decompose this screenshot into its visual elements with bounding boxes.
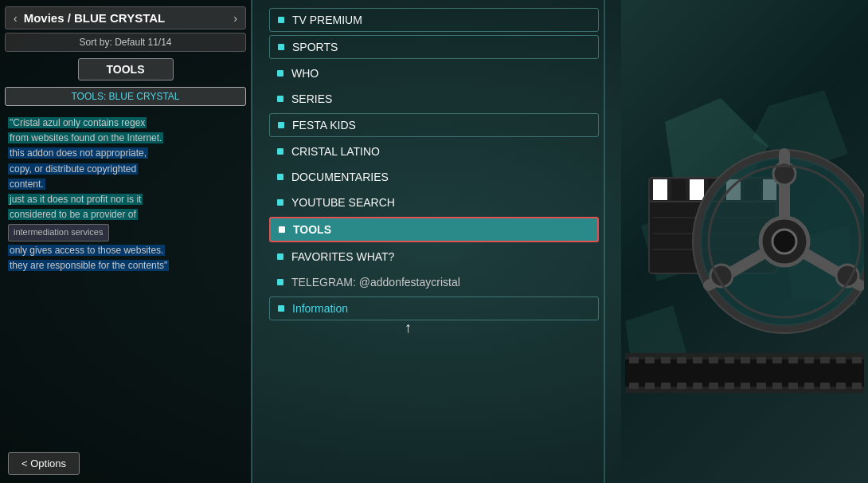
menu-item[interactable]: FESTA KIDS [269,113,599,137]
info-line-6: just as it does not profit nor is it [8,194,143,205]
svg-rect-38 [741,357,750,363]
menu-item[interactable]: TOOLS [269,217,599,242]
svg-rect-39 [757,357,766,363]
film-reel-svg [625,82,864,401]
menu-bullet-icon [278,44,284,50]
info-line-1: "Cristal azul only contains regex [8,117,147,128]
svg-rect-31 [629,357,639,363]
menu-bullet-icon [277,253,283,260]
menu-item[interactable]: SPORTS [269,35,599,59]
svg-rect-58 [820,383,830,389]
svg-rect-54 [757,383,766,389]
menu-item[interactable]: Information [269,296,599,320]
svg-rect-50 [693,383,702,389]
menu-item-label: TV PREMIUM [292,14,362,26]
menu-bullet-icon [279,226,285,233]
svg-point-27 [772,230,796,253]
menu-item-label: FESTA KIDS [292,119,356,132]
svg-rect-60 [852,383,862,389]
svg-rect-56 [788,383,798,389]
title-bar[interactable]: ‹ Movies / BLUE CRYSTAL › [5,6,246,29]
menu-bullet-icon [278,305,284,312]
menu-bullet-icon [277,96,283,102]
left-panel: ‹ Movies / BLUE CRYSTAL › Sort by: Defau… [0,0,251,483]
menu-bullet-icon [277,199,283,206]
info-line-2: from websites found on the Internet. [8,132,163,143]
menu-item[interactable]: WHO [269,62,599,84]
left-separator [251,0,252,483]
info-line-7: considered to be a provider of [8,209,138,220]
svg-rect-46 [629,383,639,389]
sort-bar[interactable]: Sort by: Default 11/14 [5,33,246,52]
svg-rect-55 [772,383,782,389]
menu-item[interactable]: CRISTAL LATINO [269,140,599,163]
svg-rect-42 [804,357,814,363]
info-line-5: content. [8,179,45,190]
svg-rect-41 [788,357,798,363]
tools-button[interactable]: TOOLS [78,58,174,80]
menu-bullet-icon [277,70,283,77]
svg-rect-33 [661,357,671,363]
menu-bullet-icon [277,148,283,155]
svg-rect-49 [677,383,686,389]
menu-item[interactable]: SERIES [269,88,599,110]
info-line-9: they are responsible for the contents" [8,260,169,271]
sort-label: Sort by: Default 11/14 [79,37,171,48]
chevron-left-icon: ‹ [14,12,18,25]
menu-item-label: SERIES [291,92,332,105]
svg-rect-44 [836,357,846,363]
options-button[interactable]: < Options [8,452,80,475]
menu-item-label: CRISTAL LATINO [291,145,380,158]
menu-item[interactable]: TELEGRAM: @addonfestaycristal [269,271,599,293]
menu-item[interactable]: DOCUMENTARIES [269,166,599,188]
svg-rect-47 [645,383,655,389]
svg-rect-8 [671,179,686,200]
menu-bullet-icon [277,279,283,285]
svg-rect-36 [709,357,718,363]
menu-item-label: DOCUMENTARIES [291,171,389,183]
info-line-8: only gives access to those websites. [8,245,165,256]
page-title: Movies / BLUE CRYSTAL [24,11,234,25]
svg-rect-7 [653,179,667,200]
menu-item-label: FAVORITES WHAT? [291,250,394,263]
svg-rect-53 [741,383,750,389]
info-line-3: this addon does not appropriate, [8,147,148,159]
info-line-4: copy, or distribute copyrighted [8,163,138,175]
menu-item-label: Information [292,302,348,315]
menu-item-label: TELEGRAM: @addonfestaycristal [291,276,460,289]
menu-item-label: TOOLS [293,223,331,236]
svg-rect-43 [820,357,830,363]
svg-rect-9 [690,179,704,200]
menu-item[interactable]: FAVORITES WHAT? [269,245,599,268]
right-panel [621,0,868,483]
svg-rect-40 [772,357,782,363]
svg-rect-35 [693,357,702,363]
chevron-right-icon: › [233,12,237,25]
right-separator [604,0,605,483]
intermediation-badge: intermediation services [8,224,109,242]
svg-rect-37 [725,357,734,363]
svg-rect-34 [677,357,686,363]
svg-rect-52 [725,383,734,389]
tools-subtitle: TOOLS: BLUE CRYSTAL [5,87,246,106]
middle-panel: TV PREMIUMSPORTSWHOSERIESFESTA KIDSCRIST… [263,0,605,483]
svg-rect-51 [709,383,718,389]
menu-bullet-icon [277,174,283,180]
menu-bullet-icon [278,17,284,23]
menu-item-label: YOUTUBE SEARCH [291,196,395,209]
menu-item[interactable]: YOUTUBE SEARCH [269,191,599,214]
svg-rect-57 [804,383,814,389]
menu-item-label: SPORTS [292,41,338,53]
svg-rect-32 [645,357,655,363]
info-text: "Cristal azul only contains regex from w… [5,114,246,275]
movie-backdrop [621,0,868,483]
menu-item[interactable]: TV PREMIUM [269,8,599,32]
menu-item-label: WHO [291,67,319,80]
svg-rect-45 [852,357,862,363]
menu-bullet-icon [278,122,284,128]
svg-rect-48 [661,383,671,389]
svg-rect-59 [836,383,846,389]
